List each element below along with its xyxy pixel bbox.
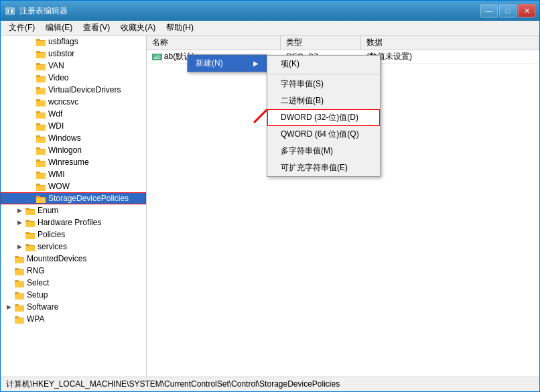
tree-label: Policies: [38, 230, 65, 239]
tree-panel[interactable]: usbflags usbstor VAN Video VirtualDevice…: [1, 36, 147, 377]
svg-rect-21: [36, 101, 46, 107]
folder-icon: [36, 109, 46, 119]
svg-rect-71: [15, 304, 19, 306]
tree-item[interactable]: ▶ Enum: [1, 204, 146, 216]
tree-item[interactable]: WDI: [1, 120, 146, 132]
tree-item[interactable]: Select: [1, 277, 146, 289]
menu-edit[interactable]: 编辑(E): [40, 21, 78, 35]
tree-expander[interactable]: ▶: [14, 241, 25, 252]
svg-rect-60: [15, 258, 24, 263]
tree-item[interactable]: VirtualDeviceDrivers: [1, 84, 146, 96]
svg-rect-48: [25, 210, 35, 215]
tree-item[interactable]: ▶ Software: [1, 301, 146, 313]
window-title: 注册表编辑器: [19, 5, 480, 17]
tree-item[interactable]: Setup: [1, 289, 146, 301]
tree-item[interactable]: WMI: [1, 168, 146, 180]
menu-file[interactable]: 文件(F): [3, 21, 40, 35]
tree-item[interactable]: wcncsvc: [1, 96, 146, 108]
tree-label: Hardware Profiles: [38, 218, 101, 227]
svg-rect-33: [36, 149, 46, 155]
tree-item[interactable]: Wdf: [1, 108, 146, 120]
menu-bar: 文件(F) 编辑(E) 查看(V) 收藏夹(A) 帮助(H): [1, 21, 539, 36]
svg-rect-59: [15, 256, 19, 258]
right-panel: 名称 类型 数据 ab ab(默认) REG_SZ (数值未设置): [147, 36, 539, 377]
tree-item[interactable]: ▶ Hardware Profiles: [1, 216, 146, 228]
tree-expander[interactable]: ▶: [3, 302, 14, 312]
menu-divider: [267, 74, 380, 74]
folder-icon: [36, 121, 46, 131]
folder-icon: [36, 96, 46, 107]
submenu-item[interactable]: 项(K): [267, 56, 380, 72]
tree-label: MountedDevices: [27, 254, 86, 263]
tree-item[interactable]: usbflags: [1, 36, 146, 48]
svg-rect-65: [15, 280, 19, 282]
tree-item[interactable]: RNG: [1, 265, 146, 277]
svg-rect-51: [25, 222, 35, 227]
menu-view[interactable]: 查看(V): [78, 21, 115, 35]
tree-label: VirtualDeviceDrivers: [48, 85, 121, 94]
tree-expander[interactable]: ▶: [14, 217, 25, 228]
tree-item[interactable]: ▶ services: [1, 241, 146, 253]
svg-rect-56: [25, 244, 29, 246]
tree-item[interactable]: Video: [1, 72, 146, 84]
tree-expander[interactable]: ▶: [14, 205, 25, 216]
title-bar: 注册表编辑器 — □ ✕: [1, 1, 539, 21]
submenu-item[interactable]: DWORD (32-位)值(D): [267, 109, 380, 126]
svg-rect-35: [36, 159, 40, 161]
svg-rect-8: [36, 51, 40, 53]
submenu-item[interactable]: 可扩充字符串值(E): [267, 159, 380, 176]
submenu-item[interactable]: 二进制值(B): [267, 92, 380, 109]
folder-icon: [14, 253, 25, 264]
minimize-button[interactable]: —: [480, 4, 498, 17]
submenu-arrow-icon: ▶: [253, 60, 259, 67]
svg-rect-20: [36, 99, 40, 101]
tree-label: Enum: [38, 206, 58, 215]
tree-item[interactable]: Windows: [1, 132, 146, 144]
folder-icon: [25, 205, 36, 216]
svg-rect-15: [36, 77, 46, 82]
column-type: 类型: [281, 36, 361, 50]
folder-icon: [36, 169, 46, 180]
svg-rect-26: [36, 123, 40, 125]
folder-icon: [36, 84, 46, 95]
svg-rect-42: [36, 186, 46, 191]
tree-item[interactable]: Winresume: [1, 156, 146, 168]
submenu-item[interactable]: 多字符串值(M): [267, 143, 380, 159]
tree-item[interactable]: StorageDevicePolicies: [1, 192, 146, 204]
tree-label: Wdf: [48, 109, 62, 119]
tree-item[interactable]: WPA: [1, 313, 146, 325]
svg-rect-23: [36, 111, 40, 113]
svg-rect-1: [7, 9, 9, 11]
svg-rect-18: [36, 89, 46, 94]
svg-rect-69: [15, 294, 24, 300]
tree-item[interactable]: MountedDevices: [1, 253, 146, 265]
submenu-item[interactable]: 字符串值(S): [267, 76, 380, 92]
svg-rect-57: [25, 246, 35, 251]
column-data: 数据: [361, 36, 539, 50]
context-menu-container: 新建(N) ▶ 项(K)字符串值(S)二进制值(B)DWORD (32-位)值(…: [187, 54, 267, 72]
svg-rect-24: [36, 113, 46, 119]
tree-item[interactable]: Policies: [1, 228, 146, 241]
tree-item[interactable]: usbstor: [1, 48, 146, 60]
tree-label: WDI: [48, 121, 64, 131]
submenu-item[interactable]: QWORD (64 位)值(Q): [267, 126, 380, 143]
window-icon: [5, 5, 15, 16]
tree-label: services: [38, 242, 67, 251]
tree-item[interactable]: VAN: [1, 60, 146, 72]
folder-icon: [14, 277, 25, 288]
menu-new-item[interactable]: 新建(N) ▶ 项(K)字符串值(S)二进制值(B)DWORD (32-位)值(…: [188, 55, 267, 72]
close-button[interactable]: ✕: [518, 4, 535, 17]
folder-icon: [36, 145, 46, 155]
menu-favorites[interactable]: 收藏夹(A): [115, 21, 161, 35]
menu-help[interactable]: 帮助(H): [161, 21, 199, 35]
tree-item[interactable]: WOW: [1, 180, 146, 192]
svg-rect-36: [36, 161, 46, 167]
maximize-button[interactable]: □: [499, 4, 517, 17]
folder-icon: [36, 36, 46, 47]
new-menu-item[interactable]: 新建(N) ▶: [188, 55, 267, 72]
svg-rect-41: [36, 184, 40, 186]
folder-icon: [14, 314, 25, 324]
svg-rect-11: [36, 63, 40, 65]
tree-item[interactable]: Winlogon: [1, 144, 146, 156]
tree-label: RNG: [27, 266, 45, 275]
